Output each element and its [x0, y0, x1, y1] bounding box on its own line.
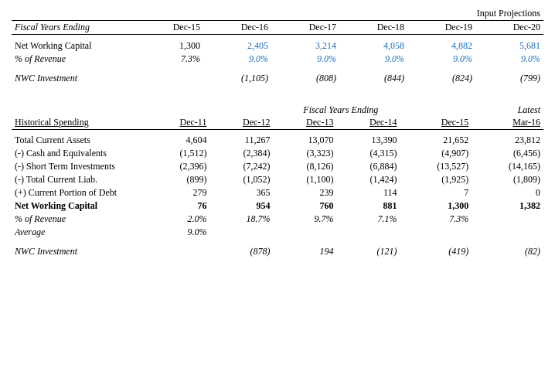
cell: (4,907) [400, 147, 472, 160]
cell-dec15: 1,300 [135, 39, 203, 53]
cell: 21,652 [400, 134, 472, 147]
top-table: Fiscal Years Ending Dec-15 Dec-16 Dec-17… [12, 21, 543, 85]
cell-dec20: 5,681 [475, 39, 543, 53]
cell: (878) [209, 245, 273, 258]
cell-dec17: 3,214 [271, 39, 339, 53]
row-label: NWC Investment [12, 245, 147, 258]
col-dec19: Dec-19 [407, 21, 475, 35]
col-dec15: Dec-15 [400, 116, 472, 130]
cell: 18.7% [209, 213, 273, 226]
cell-dec17: (808) [271, 72, 339, 85]
bottom-table: Fiscal Years Ending Latest Historical Sp… [12, 104, 543, 259]
col-dec13: Dec-13 [273, 116, 336, 130]
table-row: Total Current Assets 4,604 11,267 13,070… [12, 134, 543, 147]
cell-dec15: 7.3% [135, 53, 203, 66]
fy-empty2 [147, 104, 209, 116]
cell-dec19: 9.0% [407, 53, 475, 66]
cell: (1,925) [400, 173, 472, 186]
cell: (1,512) [147, 147, 209, 160]
spacer-row [12, 66, 543, 72]
table-row: NWC Investment (1,105) (808) (844) (824)… [12, 72, 543, 85]
cell [400, 226, 472, 239]
table-row: (+) Current Portion of Debt 279 365 239 … [12, 186, 543, 199]
cell: (2,384) [209, 147, 273, 160]
cell: (8,126) [273, 160, 336, 173]
col-dec11: Dec-11 [147, 116, 209, 130]
table-row: Net Working Capital 76 954 760 881 1,300… [12, 199, 543, 213]
row-label: (+) Current Portion of Debt [12, 186, 147, 199]
col-dec15: Dec-15 [135, 21, 203, 35]
cell: 881 [336, 199, 400, 213]
cell: 7.1% [336, 213, 400, 226]
cell: (1,052) [209, 173, 273, 186]
cell: (1,809) [472, 173, 543, 186]
cell-dec18: 4,058 [339, 39, 407, 53]
cell: (1,100) [273, 173, 336, 186]
cell-dec19: 4,882 [407, 39, 475, 53]
cell: 0 [472, 186, 543, 199]
col-dec16: Dec-16 [203, 21, 271, 35]
row-label: (-) Cash and Equivalents [12, 147, 147, 160]
cell [147, 245, 209, 258]
row-label: Total Current Assets [12, 134, 147, 147]
cell: (14,165) [472, 160, 543, 173]
table-row: % of Revenue 7.3% 9.0% 9.0% 9.0% 9.0% 9.… [12, 53, 543, 66]
bottom-section: Fiscal Years Ending Latest Historical Sp… [12, 104, 543, 259]
cell: (1,424) [336, 173, 400, 186]
cell: (6,884) [336, 160, 400, 173]
cell-dec16: 2,405 [203, 39, 271, 53]
cell: (7,242) [209, 160, 273, 173]
cell: (3,323) [273, 147, 336, 160]
col-dec18: Dec-18 [339, 21, 407, 35]
cell: 23,812 [472, 134, 543, 147]
cell-dec18: 9.0% [339, 53, 407, 66]
cell: 4,604 [147, 134, 209, 147]
cell [336, 226, 400, 239]
cell [472, 226, 543, 239]
table-row: NWC Investment (878) 194 (121) (419) (82… [12, 245, 543, 258]
cell: 279 [147, 186, 209, 199]
cell: 194 [273, 245, 336, 258]
cell: (419) [400, 245, 472, 258]
cell-dec16: 9.0% [203, 53, 271, 66]
row-label: % of Revenue [12, 53, 135, 66]
cell-dec19: (824) [407, 72, 475, 85]
fy-empty [12, 104, 147, 116]
cell: 7.3% [400, 213, 472, 226]
col-mar16: Mar-16 [472, 116, 543, 130]
table-row: (-) Total Current Liab. (899) (1,052) (1… [12, 173, 543, 186]
cell-dec17: 9.0% [271, 53, 339, 66]
cell-dec20: (799) [475, 72, 543, 85]
cell: (121) [336, 245, 400, 258]
cell [472, 213, 543, 226]
row-label: % of Revenue [12, 213, 147, 226]
cell-dec20: 9.0% [475, 53, 543, 66]
cell: 13,070 [273, 134, 336, 147]
col-historical-spending: Historical Spending [12, 116, 147, 130]
fy-label: Fiscal Years Ending [209, 104, 472, 116]
top-table-header-row: Fiscal Years Ending Dec-15 Dec-16 Dec-17… [12, 21, 543, 35]
col-dec14: Dec-14 [336, 116, 400, 130]
col-dec12: Dec-12 [209, 116, 273, 130]
cell: 9.0% [147, 226, 209, 239]
cell: (899) [147, 173, 209, 186]
col-dec17: Dec-17 [271, 21, 339, 35]
cell: 7 [400, 186, 472, 199]
latest-label: Latest [472, 104, 543, 116]
cell: (82) [472, 245, 543, 258]
cell: (2,396) [147, 160, 209, 173]
cell: 365 [209, 186, 273, 199]
cell: (6,456) [472, 147, 543, 160]
fy-header-row: Fiscal Years Ending Latest [12, 104, 543, 116]
cell: 13,390 [336, 134, 400, 147]
cell: 114 [336, 186, 400, 199]
cell-dec15 [135, 72, 203, 85]
cell: 9.7% [273, 213, 336, 226]
table-row: (-) Short Term Investments (2,396) (7,24… [12, 160, 543, 173]
cell: (13,527) [400, 160, 472, 173]
cell [209, 226, 273, 239]
cell: 2.0% [147, 213, 209, 226]
cell: 760 [273, 199, 336, 213]
cell: (4,315) [336, 147, 400, 160]
cell: 11,267 [209, 134, 273, 147]
